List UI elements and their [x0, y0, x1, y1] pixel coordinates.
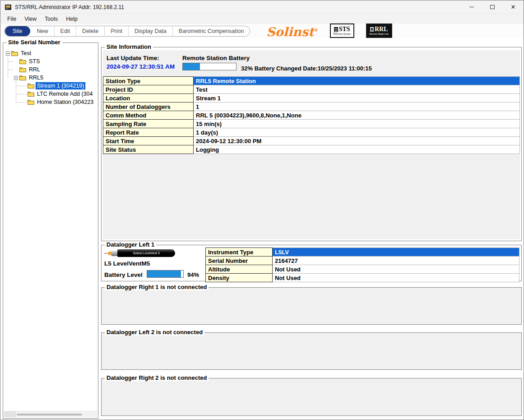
scrollbar-thumb[interactable] [17, 414, 82, 415]
row-label: Number of Dataloggers [103, 103, 194, 111]
scrollbar-button[interactable] [4, 411, 16, 417]
site-serial-number-panel: Site Serial Number Test STS RRL [3, 42, 98, 419]
collapse-icon[interactable] [14, 76, 18, 80]
table-row[interactable]: Serial Number2164727 [206, 257, 519, 265]
table-row[interactable]: Station TypeRRL5 Remote Station [103, 77, 520, 85]
toolbar-button-group: Site New Edit Delete Print Display Data … [4, 26, 250, 37]
edit-button[interactable]: Edit [54, 26, 76, 36]
close-button[interactable]: ✕ [503, 0, 524, 14]
horizontal-scrollbar[interactable] [4, 411, 97, 417]
folder-icon [28, 99, 34, 105]
menu-help[interactable]: Help [62, 15, 82, 23]
row-label: Sampling Rate [103, 120, 194, 128]
panel-title: Datalogger Right 1 is not connected [105, 284, 209, 290]
panel-title: Site Information [105, 43, 153, 50]
display-data-button[interactable]: Display Data [128, 26, 172, 36]
tree-item-ltc-remote[interactable]: LTC Remote Add (304 [4, 90, 97, 98]
row-label: Comm Method [103, 111, 194, 120]
device-cable [104, 253, 108, 254]
sts-logo-title: STS [339, 26, 350, 33]
panel-title: Datalogger Right 2 is not connected [105, 374, 209, 381]
tree-item-rrl5[interactable]: RRL5 [4, 74, 97, 82]
device-body-label: Solinst LevelVent 5 [117, 249, 175, 257]
tree-item-label: LTC Remote Add (304 [36, 90, 94, 98]
row-value: Logging [194, 145, 520, 154]
site-information-body: Last Update Time: 2024-09-27 12:30:51 AM… [103, 50, 520, 239]
row-value: 1 day(s) [194, 128, 520, 137]
row-label: Instrument Type [206, 248, 273, 257]
row-value: 2164727 [273, 257, 519, 265]
remote-station-battery-bar [182, 63, 236, 70]
datalogger-info-table: Instrument TypeL5LV Serial Number2164727… [205, 247, 519, 282]
row-label: Start Time [103, 137, 194, 145]
tree-item-home-station[interactable]: Home Station (304223 [4, 98, 97, 106]
tree-item-label: STS [28, 58, 41, 65]
row-value: 15 min(s) [194, 120, 520, 128]
panel-title: Datalogger Left 1 [105, 241, 156, 248]
datalogger-left1-panel: Datalogger Left 1 Solinst LevelVent 5 L5… [101, 245, 522, 281]
close-icon: ✕ [511, 4, 516, 10]
site-info-table: Station TypeRRL5 Remote Station Project … [103, 76, 520, 154]
menu-tools[interactable]: Tools [41, 15, 62, 23]
tree-item-sts[interactable]: STS [4, 57, 97, 65]
row-value: Not Used [273, 265, 519, 274]
row-value: 2024-09-12 12:30:00 PM [194, 137, 520, 145]
battery-fill [147, 271, 181, 277]
tree-item-rrl[interactable]: RRL [4, 65, 97, 74]
table-row[interactable]: Instrument TypeL5LV [206, 248, 519, 257]
tree-item-stream1[interactable]: Stream 1 (304219) [4, 82, 97, 90]
device-neck [111, 251, 117, 256]
tree-item-label: Home Station (304223 [36, 98, 95, 106]
table-row[interactable]: Report Rate1 day(s) [103, 128, 520, 137]
folder-icon [28, 91, 34, 97]
app-icon[interactable] [5, 4, 12, 11]
battery-fill [183, 63, 200, 70]
table-row[interactable]: Start Time2024-09-12 12:30:00 PM [103, 137, 520, 145]
rrl-logo-subtitle: Remote Radio Link [369, 33, 389, 35]
datalogger-battery-bar [147, 270, 184, 278]
row-label: Serial Number [206, 257, 273, 265]
folder-icon [11, 51, 18, 56]
folder-icon [19, 67, 26, 72]
site-button[interactable]: Site [5, 26, 30, 36]
folder-icon [19, 59, 26, 64]
row-value: L5LV [273, 248, 519, 257]
sts-logo: STS Telemetry System [330, 23, 354, 38]
panel-title: Site Serial Number [6, 39, 62, 46]
print-button[interactable]: Print [104, 26, 128, 36]
row-label: Altitude [206, 265, 273, 274]
menu-view[interactable]: View [20, 15, 41, 23]
datalogger-right1-panel: Datalogger Right 1 is not connected [101, 287, 522, 325]
battery-level-label: Battery Level [104, 271, 143, 278]
logo-strip: Solinst® STS Telemetry System RRL Remote… [266, 23, 392, 39]
row-label: Site Status [103, 145, 194, 154]
tree-item-label: Test [19, 50, 32, 57]
table-row[interactable]: Site StatusLogging [103, 145, 520, 154]
barometric-compensation-button[interactable]: Barometric Compensation [172, 26, 250, 36]
solinst-logo: Solinst® [266, 23, 318, 39]
window-controls: ✕ [461, 0, 524, 14]
new-button[interactable]: New [31, 26, 54, 36]
table-row[interactable]: DensityNot Used [206, 274, 519, 282]
table-row[interactable]: Sampling Rate15 min(s) [103, 120, 520, 128]
table-row[interactable]: AltitudeNot Used [206, 265, 519, 274]
tree-item-label: RRL [28, 66, 42, 73]
folder-icon [19, 75, 26, 80]
sts-logo-subtitle: Telemetry System [333, 33, 351, 35]
battery-status-text: 32% Battery Changed Date:10/25/2023 11:0… [241, 65, 372, 72]
window-title: STS/RRL Administrator IP Addr: 192.168.2… [15, 4, 124, 10]
table-row[interactable]: LocationStream 1 [103, 94, 520, 103]
menu-file[interactable]: File [3, 15, 20, 23]
maximize-button[interactable] [482, 0, 503, 14]
minimize-button[interactable] [461, 0, 482, 14]
collapse-icon[interactable] [6, 51, 10, 56]
delete-button[interactable]: Delete [76, 26, 104, 36]
app-window: STS/RRL Administrator IP Addr: 192.168.2… [0, 0, 524, 420]
remote-station-battery-label: Remote Station Battery [182, 55, 250, 61]
table-row[interactable]: Project IDTest [103, 85, 520, 94]
device-tip [108, 252, 111, 255]
table-row[interactable]: Comm MethodRRL 5 (00304223),9600,8,None,… [103, 111, 520, 120]
row-label: Station Type [103, 77, 194, 85]
table-row[interactable]: Number of Dataloggers1 [103, 103, 520, 111]
tree-item-test[interactable]: Test [4, 49, 97, 57]
